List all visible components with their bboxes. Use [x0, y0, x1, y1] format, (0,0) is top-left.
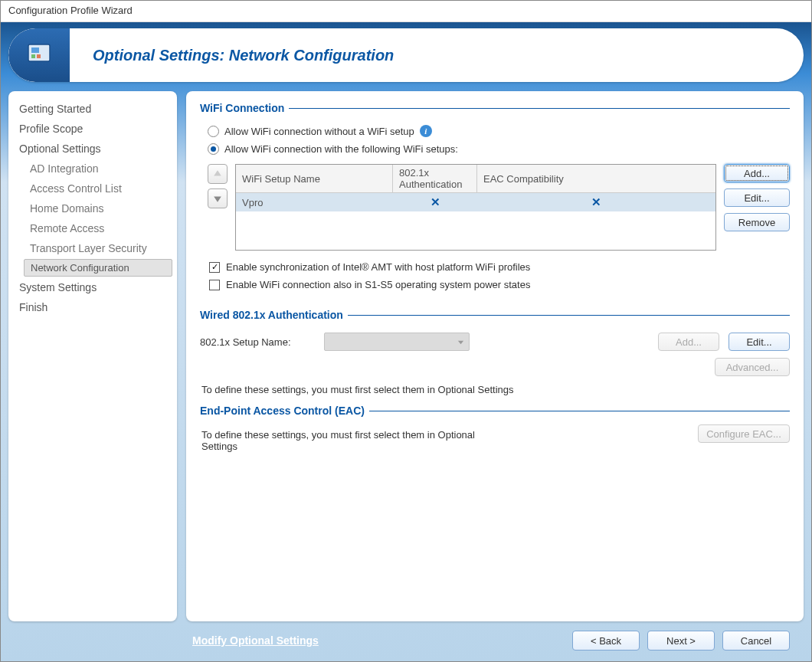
cell-eac: ✕ — [477, 193, 715, 211]
content-area: Optional Settings: Network Configuration… — [1, 22, 811, 661]
cell-name: Vpro — [236, 193, 393, 211]
sidebar-item-optional-settings[interactable]: Optional Settings — [8, 139, 177, 159]
x-icon: ✕ — [591, 195, 601, 209]
radio-icon — [208, 126, 219, 137]
radio-with-setups[interactable]: Allow WiFi connection with the following… — [200, 140, 790, 158]
add-button[interactable]: Add... — [724, 164, 790, 182]
modify-optional-settings-link[interactable]: Modify Optional Settings — [192, 634, 565, 647]
check-s1s5-label: Enable WiFi connection also in S1-S5 ope… — [226, 279, 530, 290]
svg-rect-3 — [37, 54, 41, 58]
sidebar-item-home-domains[interactable]: Home Domains — [8, 198, 177, 218]
info-icon[interactable]: i — [420, 125, 432, 137]
table-empty-area — [236, 211, 715, 250]
configure-eac-button: Configure EAC... — [698, 424, 790, 443]
sidebar-item-system-settings[interactable]: System Settings — [8, 277, 177, 297]
cancel-button[interactable]: Cancel — [722, 631, 790, 651]
wired-edit-button[interactable]: Edit... — [729, 333, 790, 351]
checkbox-icon — [209, 262, 220, 273]
move-up-button[interactable] — [208, 164, 228, 184]
col-setup-name: WiFi Setup Name — [236, 165, 393, 193]
eac-section-label: End-Point Access Control (EAC) — [200, 405, 365, 417]
rule-icon — [369, 411, 790, 411]
table-row[interactable]: Vpro ✕ ✕ — [236, 193, 715, 211]
wifi-setup-table: WiFi Setup Name 802.1x Authentication EA… — [235, 164, 716, 251]
edit-button[interactable]: Edit... — [724, 188, 790, 207]
svg-rect-2 — [31, 54, 35, 58]
rule-icon — [348, 315, 790, 316]
header-banner: Optional Settings: Network Configuration — [8, 28, 804, 82]
body-area: Getting Started Profile Scope Optional S… — [8, 91, 804, 621]
radio-without-setup[interactable]: Allow WiFi connection without a WiFi set… — [200, 122, 790, 140]
page-title: Optional Settings: Network Configuration — [93, 47, 394, 64]
radio-icon — [208, 143, 219, 155]
wired-add-button: Add... — [658, 333, 719, 351]
sidebar-item-network-configuration[interactable]: Network Configuration — [24, 259, 172, 277]
sidebar-item-remote-access[interactable]: Remote Access — [8, 218, 177, 238]
radio-without-label: Allow WiFi connection without a WiFi set… — [224, 126, 414, 137]
arrow-up-icon — [213, 169, 222, 179]
sidebar-item-finish[interactable]: Finish — [8, 297, 177, 317]
window-title: Configuration Profile Wizard — [1, 1, 811, 22]
sidebar-item-ad-integration[interactable]: AD Integration — [8, 159, 177, 179]
svg-rect-1 — [31, 48, 39, 53]
sidebar-item-getting-started[interactable]: Getting Started — [8, 99, 177, 119]
table-header: WiFi Setup Name 802.1x Authentication EA… — [236, 165, 715, 193]
wizard-window: Configuration Profile Wizard Optional Se… — [0, 0, 812, 662]
checkbox-icon — [209, 280, 220, 290]
next-button[interactable]: Next > — [647, 631, 715, 651]
wifi-section-label: WiFi Connection — [200, 102, 284, 114]
sidebar-item-profile-scope[interactable]: Profile Scope — [8, 119, 177, 139]
sidebar-item-transport-layer-security[interactable]: Transport Layer Security — [8, 238, 177, 258]
eac-row: To define these settings, you must first… — [200, 424, 790, 461]
wifi-buttons: Add... Edit... Remove — [724, 164, 790, 251]
wired-label: 802.1x Setup Name: — [200, 336, 315, 348]
col-eac: EAC Compatibility — [477, 165, 715, 193]
rule-icon — [289, 108, 790, 109]
x-icon: ✕ — [431, 195, 440, 209]
move-down-button[interactable] — [208, 188, 228, 208]
wired-setup-row: 802.1x Setup Name: Add... Edit... — [200, 329, 790, 355]
eac-section-title: End-Point Access Control (EAC) — [200, 405, 790, 417]
advanced-row: Advanced... — [200, 355, 790, 379]
col-auth: 802.1x Authentication — [393, 165, 477, 193]
remove-button[interactable]: Remove — [724, 213, 790, 231]
back-button[interactable]: < Back — [572, 631, 640, 651]
wifi-setup-block: WiFi Setup Name 802.1x Authentication EA… — [208, 164, 790, 251]
check-sync[interactable]: Enable synchronization of Intel® AMT wit… — [200, 258, 790, 276]
wired-setup-select — [324, 333, 470, 351]
footer: Modify Optional Settings < Back Next > C… — [8, 621, 804, 654]
advanced-button: Advanced... — [715, 358, 790, 376]
sidebar: Getting Started Profile Scope Optional S… — [8, 91, 177, 621]
cell-auth: ✕ — [393, 193, 477, 211]
radio-with-label: Allow WiFi connection with the following… — [224, 143, 458, 155]
arrow-down-icon — [213, 194, 222, 203]
wired-section-title: Wired 802.1x Authentication — [200, 309, 790, 321]
check-sync-label: Enable synchronization of Intel® AMT wit… — [226, 261, 530, 273]
wired-section-label: Wired 802.1x Authentication — [200, 309, 343, 321]
eac-note: To define these settings, you must first… — [200, 424, 506, 461]
chevron-down-icon — [457, 339, 464, 346]
wifi-section-title: WiFi Connection — [200, 102, 790, 114]
check-s1s5[interactable]: Enable WiFi connection also in S1-S5 ope… — [200, 276, 790, 293]
sidebar-item-access-control-list[interactable]: Access Control List — [8, 179, 177, 198]
reorder-buttons — [208, 164, 228, 251]
wired-note: To define these settings, you must first… — [200, 379, 790, 405]
main-panel: WiFi Connection Allow WiFi connection wi… — [186, 91, 804, 621]
header-icon — [8, 28, 70, 82]
